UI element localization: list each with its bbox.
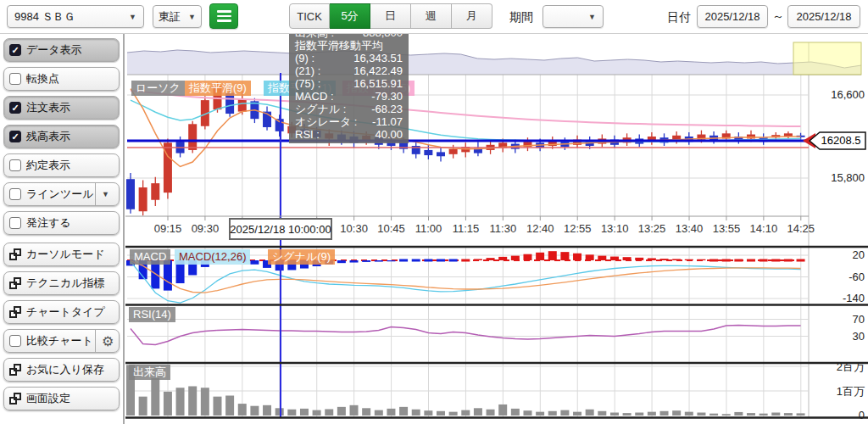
sidebar-button-data-display[interactable]: ✓データ表示 xyxy=(3,38,120,62)
execution-display-checkbox[interactable] xyxy=(9,159,21,171)
volume-legend-0: 出来高 xyxy=(129,365,170,380)
macd-legend-2: シグナル(9) xyxy=(268,249,335,265)
timeframe-group: TICK5分日週月 xyxy=(289,3,492,29)
rsi-axis-label: 30 xyxy=(812,330,865,343)
sidebar-button-label: 注文表示 xyxy=(26,100,70,115)
place-order-checkbox[interactable] xyxy=(9,217,21,229)
macd-axis-label: 20 xyxy=(812,248,865,261)
timeframe-tab-5分[interactable]: 5分 xyxy=(330,3,370,29)
cursor-time-label: 2025/12/18 10:00:00 xyxy=(229,218,332,240)
sidebar-button-label: テクニカル指標 xyxy=(26,276,105,291)
time-axis-label: 11:30 xyxy=(484,222,521,235)
tooltip-row: シグナル :-68.23 xyxy=(295,103,403,115)
time-axis-label: 10:30 xyxy=(336,222,373,235)
tooltip-row: 指数平滑移動平均 xyxy=(295,39,403,52)
line-tool-checkbox[interactable] xyxy=(9,188,21,200)
sidebar-button-save-favorite[interactable]: お気に入り保存 xyxy=(3,358,120,382)
order-display-checkbox[interactable]: ✓ xyxy=(9,102,21,114)
gear-icon[interactable]: ⚙ xyxy=(95,330,114,352)
chevron-down-icon: ▼ xyxy=(583,13,596,21)
time-axis-label: 14:10 xyxy=(745,222,782,235)
data-display-checkbox[interactable]: ✓ xyxy=(9,44,21,56)
balance-display-checkbox[interactable]: ✓ xyxy=(9,131,21,142)
volume-axis-label: 2百万 xyxy=(812,360,865,375)
layers-icon xyxy=(9,277,21,289)
sidebar-button-label: ラインツール xyxy=(26,187,94,202)
layers-icon xyxy=(9,306,21,318)
sidebar-button-chart-type[interactable]: チャートタイプ xyxy=(3,300,120,324)
list-icon xyxy=(217,10,231,22)
sidebar-button-place-order[interactable]: 発注する xyxy=(3,211,120,235)
sidebar-button-label: 約定表示 xyxy=(26,158,70,173)
period-select[interactable]: ▼ xyxy=(542,5,604,28)
data-tooltip: 出来高 :888,800指数平滑移動平均(9) :16,343.51(21) :… xyxy=(289,34,409,143)
turning-point-checkbox[interactable] xyxy=(9,73,21,85)
sidebar-button-compare-chart[interactable]: 比較チャート⚙ xyxy=(3,329,120,353)
sidebar-button-balance-display[interactable]: ✓残高表示 xyxy=(3,125,120,148)
tooltip-row: (21) :16,422.49 xyxy=(295,64,403,77)
timeframe-tab-日[interactable]: 日 xyxy=(370,3,411,29)
symbol-list-button[interactable] xyxy=(209,3,238,29)
main-legend-1: 指数平滑(9) xyxy=(185,81,251,96)
time-axis-label: 13:40 xyxy=(670,222,708,235)
toolbar: 9984 ＳＢＧ▼ 東証▼ TICK5分日週月 期間 ▼ 日付 2025/12/… xyxy=(0,0,868,34)
sidebar: ✓データ表示転換点✓注文表示✓残高表示約定表示ラインツール▼発注するカーソルモー… xyxy=(0,34,125,424)
sidebar-button-order-display[interactable]: ✓注文表示 xyxy=(3,96,120,120)
sidebar-button-technical-indicator[interactable]: テクニカル指標 xyxy=(3,271,120,295)
chevron-down-icon: ▼ xyxy=(124,13,136,21)
macd-axis-label: -60 xyxy=(812,271,865,283)
sidebar-button-label: チャートタイプ xyxy=(26,304,105,320)
volume-axis-label: 0 xyxy=(812,409,865,421)
chevron-down-icon[interactable]: ▼ xyxy=(95,183,114,205)
sidebar-button-turning-point[interactable]: 転換点 xyxy=(3,67,120,91)
date-from-input[interactable]: 2025/12/18 xyxy=(697,5,768,28)
sidebar-button-execution-display[interactable]: 約定表示 xyxy=(3,153,120,177)
tooltip-row: MACD :-79.30 xyxy=(295,90,403,103)
trading-chart-app: 9984 ＳＢＧ▼ 東証▼ TICK5分日週月 期間 ▼ 日付 2025/12/… xyxy=(0,0,868,424)
current-price-flag: 16208.5 xyxy=(803,131,867,151)
timeframe-tab-TICK[interactable]: TICK xyxy=(289,3,330,29)
sidebar-button-label: 発注する xyxy=(26,215,71,231)
time-axis-label: 13:10 xyxy=(596,222,633,235)
exchange-select[interactable]: 東証▼ xyxy=(153,5,202,28)
sidebar-button-label: 転換点 xyxy=(26,71,59,86)
date-to-input[interactable]: 2025/12/18 xyxy=(787,5,860,28)
time-axis-label: 11:00 xyxy=(410,222,448,235)
layers-icon xyxy=(9,393,21,404)
layers-icon xyxy=(9,364,21,376)
main-legend-0: ローソク xyxy=(131,81,185,96)
sidebar-button-label: 画面設定 xyxy=(26,391,70,406)
rsi-legend-0: RSI(14) xyxy=(129,307,175,322)
time-axis-label: 12:55 xyxy=(559,222,596,235)
timeframe-tab-週[interactable]: 週 xyxy=(411,3,452,29)
exchange-select-value: 東証 xyxy=(159,9,181,25)
symbol-select-value: 9984 ＳＢＧ xyxy=(14,9,75,25)
time-axis-label: 09:15 xyxy=(149,222,186,235)
tooltip-row: (9) :16,343.51 xyxy=(295,52,403,64)
sidebar-button-cursor-mode[interactable]: カーソルモード xyxy=(3,243,120,266)
time-axis-label: 13:55 xyxy=(708,222,745,235)
sidebar-button-screen-settings[interactable]: 画面設定 xyxy=(3,387,120,410)
layers-icon xyxy=(9,248,21,260)
date-range-separator: ～ xyxy=(772,9,784,25)
price-axis-label: 15,800 xyxy=(812,171,865,184)
sidebar-button-line-tool[interactable]: ラインツール▼ xyxy=(3,182,120,206)
chevron-down-icon: ▼ xyxy=(183,13,196,21)
tooltip-row: RSI :40.00 xyxy=(295,128,403,141)
price-axis-label: 16,600 xyxy=(812,88,865,101)
compare-chart-checkbox[interactable] xyxy=(9,335,21,347)
timeframe-tab-月[interactable]: 月 xyxy=(452,3,492,29)
sidebar-button-label: お気に入り保存 xyxy=(26,362,104,377)
date-label: 日付 xyxy=(667,10,691,25)
chart-area[interactable]: ローソク指数平滑(9)指数平滑(21)指数平滑(75)MACDMACD(12,2… xyxy=(125,34,868,424)
period-label: 期間 xyxy=(509,10,533,25)
symbol-select[interactable]: 9984 ＳＢＧ▼ xyxy=(7,5,144,28)
macd-legend-0: MACD xyxy=(130,249,170,265)
rsi-axis-label: 70 xyxy=(812,313,865,326)
sidebar-button-label: カーソルモード xyxy=(26,247,105,262)
current-price-value: 16208.5 xyxy=(816,134,865,147)
time-axis-label: 10:45 xyxy=(373,222,410,235)
time-axis-label: 13:25 xyxy=(633,222,670,235)
time-axis-label: 12:40 xyxy=(521,222,559,235)
macd-axis-label: -140 xyxy=(812,292,865,304)
